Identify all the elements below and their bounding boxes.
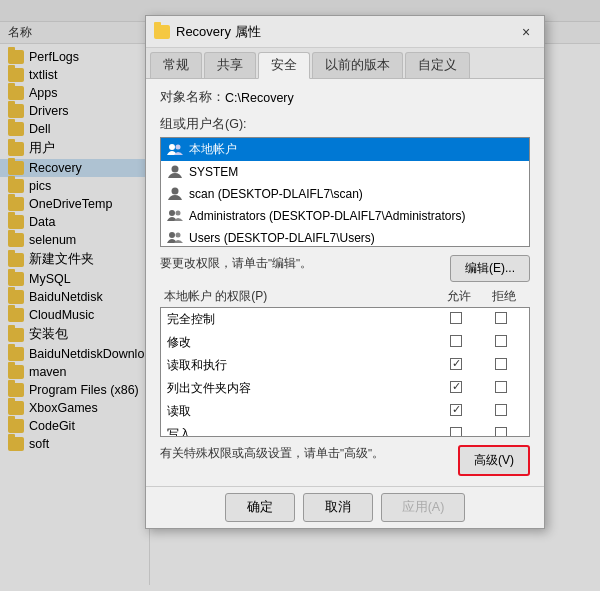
perm-deny-check[interactable] [478,381,523,396]
dialog-title-left: Recovery 属性 [154,23,261,41]
user-name: 本地帐户 [189,141,237,158]
bottom-note: 有关特殊权限或高级设置，请单击"高级"。 [160,447,384,459]
permissions-section: 本地帐户 的权限(P) 允许 拒绝 完全控制修改读取和执行列出文件夹内容读取写入 [160,288,530,437]
user-icon [167,208,183,224]
perm-row: 修改 [161,331,529,354]
perm-allow-check[interactable] [433,312,478,327]
perm-allow-check[interactable] [433,335,478,350]
perm-allow-check[interactable] [433,404,478,419]
properties-dialog: Recovery 属性 × 常规共享安全以前的版本自定义 对象名称： C:\Re… [145,15,545,529]
perm-name: 写入 [167,426,433,437]
object-name-row: 对象名称： C:\Recovery [160,89,530,106]
tab-共享[interactable]: 共享 [204,52,256,78]
svg-point-7 [176,233,181,238]
edit-row: 编辑(E)... 要更改权限，请单击"编辑"。 [160,255,530,282]
perm-row: 写入 [161,423,529,437]
ok-button[interactable]: 确定 [225,493,295,522]
object-label: 对象名称： [160,89,225,106]
svg-point-0 [169,144,175,150]
perm-name: 读取和执行 [167,357,433,374]
perm-deny-check[interactable] [478,312,523,327]
users-list[interactable]: 本地帐户 SYSTEM scan (DESKTOP-DLAIFL7\scan) … [160,137,530,247]
bottom-row: 高级(V) 有关特殊权限或高级设置，请单击"高级"。 [160,445,530,476]
perm-row: 完全控制 [161,308,529,331]
dialog-folder-icon [154,25,170,39]
close-button[interactable]: × [516,22,536,42]
perms-section-label: 本地帐户 的权限(P) [164,288,436,305]
perm-deny-check[interactable] [478,427,523,437]
svg-point-5 [176,211,181,216]
user-icon [167,142,183,158]
user-icon [167,164,183,180]
user-icon [167,230,183,246]
perm-deny-check[interactable] [478,335,523,350]
perms-header: 本地帐户 的权限(P) 允许 拒绝 [160,288,530,305]
svg-point-6 [169,232,175,238]
edit-button[interactable]: 编辑(E)... [450,255,530,282]
group-label: 组或用户名(G): [160,116,530,133]
user-item[interactable]: 本地帐户 [161,138,529,161]
svg-point-4 [169,210,175,216]
perm-name: 修改 [167,334,433,351]
perms-deny-header: 拒绝 [481,288,526,305]
dialog-titlebar: Recovery 属性 × [146,16,544,48]
tab-常规[interactable]: 常规 [150,52,202,78]
object-value: C:\Recovery [225,91,294,105]
perm-row: 读取和执行 [161,354,529,377]
dialog-tabs: 常规共享安全以前的版本自定义 [146,48,544,79]
user-name: Administrators (DESKTOP-DLAIFL7\Administ… [189,209,466,223]
user-name: SYSTEM [189,165,238,179]
dialog-title-text: Recovery 属性 [176,23,261,41]
perm-deny-check[interactable] [478,404,523,419]
user-item[interactable]: Users (DESKTOP-DLAIFL7\Users) [161,227,529,247]
perm-deny-check[interactable] [478,358,523,373]
advanced-button[interactable]: 高级(V) [458,445,530,476]
cancel-button[interactable]: 取消 [303,493,373,522]
perm-name: 列出文件夹内容 [167,380,433,397]
user-name: Users (DESKTOP-DLAIFL7\Users) [189,231,375,245]
perm-allow-check[interactable] [433,358,478,373]
user-name: scan (DESKTOP-DLAIFL7\scan) [189,187,363,201]
tab-自定义[interactable]: 自定义 [405,52,470,78]
perm-allow-check[interactable] [433,427,478,437]
svg-point-1 [176,144,181,149]
svg-point-2 [172,166,179,173]
perm-name: 完全控制 [167,311,433,328]
perm-allow-check[interactable] [433,381,478,396]
edit-note: 要更改权限，请单击"编辑"。 [160,257,312,269]
tab-安全[interactable]: 安全 [258,52,310,79]
dialog-footer: 确定 取消 应用(A) [146,486,544,528]
user-item[interactable]: SYSTEM [161,161,529,183]
perm-name: 读取 [167,403,433,420]
perm-row: 列出文件夹内容 [161,377,529,400]
perms-list[interactable]: 完全控制修改读取和执行列出文件夹内容读取写入 [160,307,530,437]
dialog-content: 对象名称： C:\Recovery 组或用户名(G): 本地帐户 SYSTEM … [146,79,544,486]
user-icon [167,186,183,202]
apply-button[interactable]: 应用(A) [381,493,466,522]
svg-point-3 [172,188,179,195]
user-item[interactable]: Administrators (DESKTOP-DLAIFL7\Administ… [161,205,529,227]
tab-以前的版本[interactable]: 以前的版本 [312,52,403,78]
user-item[interactable]: scan (DESKTOP-DLAIFL7\scan) [161,183,529,205]
perm-row: 读取 [161,400,529,423]
perms-allow-header: 允许 [436,288,481,305]
